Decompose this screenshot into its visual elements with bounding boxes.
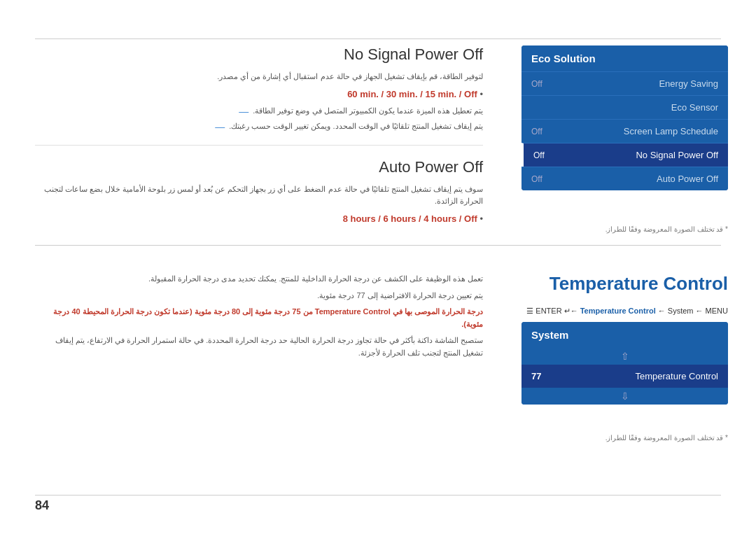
eco-sensor-label: Eco Sensor — [671, 102, 718, 113]
no-signal-bullet1-text: يتم تعطيل هذه الميزة عندما يكون الكمبيوت… — [253, 105, 483, 117]
no-signal-section: No Signal Power Off لتوفير الطاقة، قم بإ… — [35, 45, 483, 132]
temp-control-value: 77 — [531, 371, 541, 381]
left-top-content: No Signal Power Off لتوفير الطاقة، قم بإ… — [35, 45, 483, 230]
auto-power-menu-item: Off Auto Power Off — [522, 167, 728, 190]
no-signal-options: 60 min. / 30 min. / 15 min. / Off • — [35, 89, 483, 99]
auto-power-options-text: 8 hours / 6 hours / 4 hours / Off — [343, 213, 477, 224]
energy-saving-label: Energy Saving — [659, 78, 718, 89]
energy-saving-value: Off — [531, 79, 542, 89]
no-signal-bullet2-item: — يتم إيقاف تشغيل المنتج تلقائيًا في الو… — [35, 120, 483, 132]
chevron-up-icon: ⇧ — [621, 351, 629, 362]
no-signal-title: No Signal Power Off — [35, 45, 483, 64]
bottom-divider — [35, 495, 721, 496]
auto-power-menu-value: Off — [531, 174, 542, 184]
top-divider — [35, 38, 721, 39]
eco-solution-panel: Eco Solution Off Energy Saving Eco Senso… — [522, 45, 728, 201]
auto-power-menu-label: Auto Power Off — [657, 174, 718, 184]
auto-power-title: Auto Power Off — [35, 158, 483, 176]
no-signal-arabic-intro: لتوفير الطاقة، قم بإيقاف تشغيل الجهاز في… — [35, 71, 483, 83]
breadcrumb-line: ENTER ↵← Temperature Control ← System ← … — [522, 307, 728, 316]
temp-para4: ستصبح الشاشة داكنة بأكثر في حالة تجاوز د… — [35, 335, 483, 359]
chevron-down-icon: ⇩ — [621, 391, 629, 402]
temp-para1: تعمل هذه الوظيفة على الكشف عن درجة الحرا… — [35, 273, 483, 286]
eco-note: * قد تختلف الصورة المعروضة وفقًا للطراز. — [522, 225, 728, 233]
no-signal-bullet-marker: • — [479, 89, 483, 99]
system-menu-box: System ⇧ 77 Temperature Control ⇩ — [522, 322, 728, 405]
no-signal-bullet2-text: يتم إيقاف تشغيل المنتج تلقائيًا في الوقت… — [229, 120, 483, 132]
no-signal-options-text: 60 min. / 30 min. / 15 min. / Off — [347, 89, 477, 99]
screen-lamp-label: Screen Lamp Schedule — [624, 126, 718, 136]
system-note: * قد تختلف الصورة المعروضة وفقًا للطراز. — [522, 434, 728, 442]
bullet-dot-2: — — [215, 121, 225, 132]
chevron-down-row: ⇩ — [522, 388, 728, 405]
breadcrumb-temp: Temperature Control — [580, 307, 656, 315]
temp-control-label: Temperature Control — [636, 371, 719, 381]
auto-power-arabic-intro: سوف يتم إيقاف تشغيل المنتج تلقائيًا في ح… — [35, 183, 483, 208]
eco-solution-header: Eco Solution — [522, 45, 728, 71]
auto-power-section: Auto Power Off سوف يتم إيقاف تشغيل المنت… — [35, 158, 483, 224]
section-mid-divider — [35, 145, 483, 146]
auto-power-options: 8 hours / 6 hours / 4 hours / Off • — [35, 213, 483, 224]
no-signal-menu-label: No Signal Power Off — [636, 150, 718, 160]
system-header: System — [522, 322, 728, 348]
auto-power-bullet-marker: • — [479, 213, 483, 224]
no-signal-menu-item: Off No Signal Power Off — [522, 143, 728, 167]
mid-divider — [35, 245, 721, 246]
temperature-control-title: Temperature Control — [522, 273, 728, 295]
screen-lamp-item: Off Screen Lamp Schedule — [522, 119, 728, 143]
screen-lamp-value: Off — [531, 127, 542, 136]
temp-para2: يتم تعيين درجة الحرارة الافتراضية إلى 77… — [35, 290, 483, 302]
temp-control-row: 77 Temperature Control — [522, 365, 728, 388]
no-signal-menu-value: Off — [533, 150, 545, 160]
eco-sensor-item: Eco Sensor — [522, 95, 728, 119]
temp-para3: درجة الحرارة الموصى بها في Temperature C… — [35, 306, 483, 330]
enter-label: ENTER ↵← — [536, 307, 580, 315]
page-number: 84 — [35, 498, 49, 513]
bullet-dot-1: — — [239, 106, 248, 117]
eco-solution-menu: Eco Solution Off Energy Saving Eco Senso… — [522, 45, 728, 190]
energy-saving-item: Off Energy Saving — [522, 71, 728, 95]
no-signal-bullet1-item: — يتم تعطيل هذه الميزة عندما يكون الكمبي… — [35, 105, 483, 117]
bottom-left-content: تعمل هذه الوظيفة على الكشف عن درجة الحرا… — [35, 273, 483, 365]
chevron-up-row: ⇧ — [522, 348, 728, 365]
